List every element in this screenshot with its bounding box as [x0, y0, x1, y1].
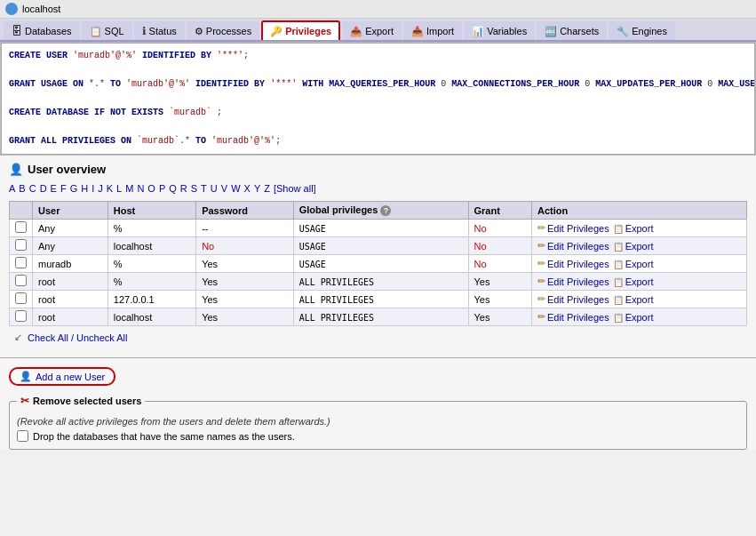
alpha-w[interactable]: W — [231, 183, 240, 194]
export-sm-icon — [613, 259, 624, 269]
row-4-edit-priv-link[interactable]: Edit Privileges — [537, 293, 609, 305]
tab-processes[interactable]: Processes — [187, 21, 259, 40]
row-3-edit-priv-link[interactable]: Edit Privileges — [537, 276, 609, 287]
tab-databases-label: Databases — [25, 26, 72, 36]
alpha-c[interactable]: C — [29, 183, 36, 194]
alpha-g[interactable]: G — [70, 183, 78, 194]
row-4-checkbox-cell — [10, 291, 33, 308]
show-all-link[interactable]: [Show all] — [274, 183, 316, 194]
main-content: User overview A B C D E F G H I J K L M … — [0, 156, 756, 450]
tab-privileges[interactable]: Privileges — [261, 20, 340, 40]
tab-engines[interactable]: Engines — [609, 21, 675, 40]
alpha-t[interactable]: T — [201, 183, 207, 194]
alpha-v[interactable]: V — [221, 183, 227, 194]
export-sm-icon — [613, 312, 624, 323]
tab-variables-label: Variables — [487, 26, 527, 36]
alpha-k[interactable]: K — [107, 183, 113, 194]
remove-section-legend: Remove selected users — [17, 395, 145, 407]
row-2-privileges: USAGE — [293, 255, 468, 273]
row-0-export-link[interactable]: Export — [613, 223, 654, 234]
alpha-q[interactable]: Q — [169, 183, 177, 194]
row-1-export-link[interactable]: Export — [613, 241, 654, 252]
tab-charsets[interactable]: Charsets — [537, 21, 607, 40]
row-4-edit-priv-label: Edit Privileges — [547, 294, 609, 305]
alpha-z[interactable]: Z — [264, 183, 270, 194]
row-3-export-link[interactable]: Export — [613, 276, 654, 287]
row-0-edit-priv-label: Edit Privileges — [547, 223, 609, 234]
alpha-h[interactable]: H — [81, 183, 88, 194]
row-3-checkbox[interactable] — [15, 275, 27, 286]
alpha-b[interactable]: B — [19, 183, 25, 194]
row-3-edit-priv-label: Edit Privileges — [547, 276, 609, 287]
arrow-icon: ↙ — [14, 332, 22, 343]
row-1-action-cell: Edit Privileges Export — [537, 240, 741, 252]
alpha-x[interactable]: X — [244, 183, 251, 194]
alpha-u[interactable]: U — [211, 183, 218, 194]
alpha-r[interactable]: R — [180, 183, 187, 194]
alpha-a[interactable]: A — [9, 183, 15, 194]
row-4-host: 127.0.0.1 — [107, 291, 195, 308]
alpha-s[interactable]: S — [191, 183, 197, 194]
tab-status[interactable]: Status — [134, 21, 185, 40]
alpha-n[interactable]: N — [137, 183, 144, 194]
sql-icon — [90, 25, 102, 37]
drop-db-checkbox[interactable] — [17, 430, 28, 442]
row-2-checkbox[interactable] — [15, 257, 27, 268]
proc-icon — [195, 25, 203, 37]
row-2-host: % — [107, 255, 195, 273]
row-1-export-label: Export — [625, 241, 654, 252]
row-0-checkbox[interactable] — [15, 221, 27, 233]
row-4-export-link[interactable]: Export — [613, 294, 654, 305]
row-3-checkbox-cell — [10, 273, 33, 291]
row-5-export-link[interactable]: Export — [613, 312, 654, 323]
col-user: User — [33, 202, 108, 220]
row-4-action-cell: Edit Privileges Export — [537, 293, 741, 305]
check-all-link[interactable]: Check All / Uncheck All — [28, 332, 128, 343]
row-2-export-link[interactable]: Export — [613, 259, 654, 269]
tab-sql[interactable]: SQL — [82, 21, 132, 40]
edit-icon — [537, 276, 545, 287]
row-5-checkbox[interactable] — [15, 310, 27, 322]
alpha-y[interactable]: Y — [254, 183, 260, 194]
row-2-edit-priv-link[interactable]: Edit Privileges — [537, 258, 609, 269]
tab-databases[interactable]: Databases — [4, 21, 80, 40]
alpha-e[interactable]: E — [51, 183, 57, 194]
alpha-l[interactable]: L — [116, 183, 122, 194]
alpha-f[interactable]: F — [60, 183, 67, 194]
row-5-action-cell: Edit Privileges Export — [537, 311, 741, 323]
row-0-edit-priv-link[interactable]: Edit Privileges — [537, 222, 609, 234]
row-1-checkbox[interactable] — [15, 239, 27, 251]
alpha-m[interactable]: M — [125, 183, 133, 194]
sql-line-1: CREATE USER 'muradb'@'%' IDENTIFIED BY '… — [9, 49, 747, 63]
row-1-edit-priv-link[interactable]: Edit Privileges — [537, 240, 609, 252]
table-row: rootlocalhostYesALL PRIVILEGESYes Edit P… — [10, 308, 747, 326]
tab-import[interactable]: Import — [403, 21, 462, 40]
alpha-i[interactable]: I — [92, 183, 94, 194]
row-4-password: Yes — [196, 291, 294, 308]
row-3-action-cell: Edit Privileges Export — [537, 276, 741, 287]
row-3-user: root — [33, 273, 108, 291]
row-5-edit-priv-link[interactable]: Edit Privileges — [537, 311, 609, 323]
row-4-checkbox[interactable] — [15, 292, 27, 304]
sql-output: CREATE USER 'muradb'@'%' IDENTIFIED BY '… — [1, 43, 755, 155]
row-2-export-label: Export — [625, 259, 654, 269]
alpha-d[interactable]: D — [40, 183, 47, 194]
alpha-p[interactable]: P — [159, 183, 165, 194]
col-grant: Grant — [468, 202, 531, 220]
alpha-o[interactable]: O — [147, 183, 155, 194]
row-5-privileges: ALL PRIVILEGES — [293, 308, 468, 326]
tab-export[interactable]: Export — [342, 21, 402, 40]
priv-icon — [270, 25, 283, 37]
sql-line-3: GRANT USAGE ON *.* TO 'muradb'@'%' IDENT… — [9, 77, 747, 92]
alpha-j[interactable]: J — [98, 183, 103, 194]
add-new-user-button[interactable]: Add a new User — [9, 367, 115, 386]
privileges-help-icon[interactable]: ? — [380, 205, 391, 216]
row-2-grant: No — [468, 255, 531, 273]
nav-tabs: Databases SQL Status Processes Privilege… — [0, 19, 756, 42]
user-overview-title: User overview — [9, 163, 747, 176]
col-checkbox — [10, 202, 33, 220]
tab-variables[interactable]: Variables — [464, 21, 535, 40]
edit-icon — [537, 222, 545, 234]
drop-db-row: Drop the databases that have the same na… — [17, 430, 739, 442]
row-0-action: Edit Privileges Export — [531, 220, 746, 237]
